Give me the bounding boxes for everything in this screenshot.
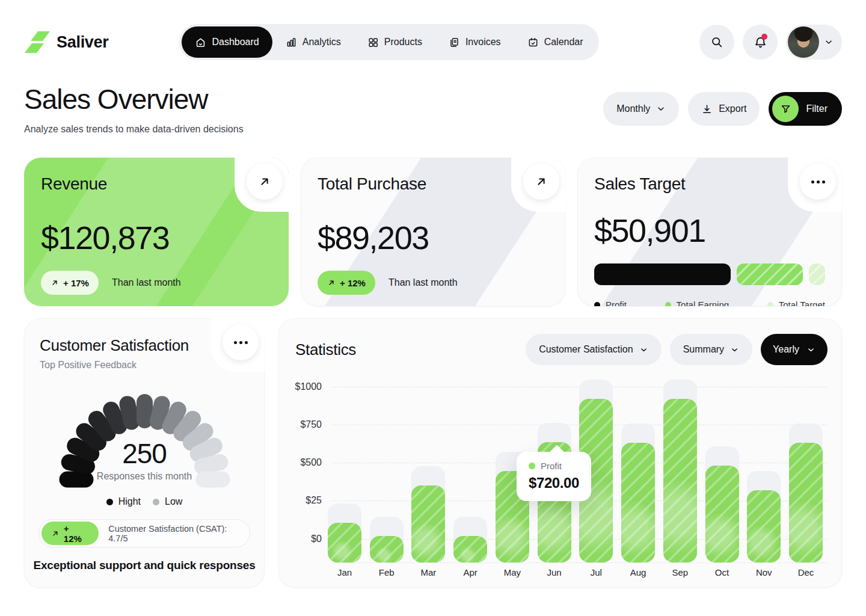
sales-target-menu-button[interactable] bbox=[800, 164, 836, 200]
products-icon bbox=[367, 37, 379, 48]
main-nav: Dashboard Analytics Products bbox=[179, 24, 598, 60]
arrow-up-right-icon bbox=[51, 529, 60, 538]
filter-label: Filter bbox=[806, 103, 838, 114]
user-avatar bbox=[788, 26, 819, 58]
funnel-icon bbox=[780, 103, 791, 115]
legend-label: Hight bbox=[118, 496, 141, 507]
nav-label: Dashboard bbox=[212, 37, 259, 48]
filter-button[interactable]: Filter bbox=[769, 92, 842, 126]
search-button[interactable] bbox=[699, 25, 734, 60]
statistics-view-dropdown[interactable]: Summary bbox=[670, 334, 752, 365]
statistics-metric-dropdown[interactable]: Customer Satisfaction bbox=[526, 334, 662, 365]
revenue-expand-button[interactable] bbox=[247, 164, 283, 200]
analytics-icon bbox=[286, 37, 297, 48]
customer-satisfaction-footer: Exceptional support and quick responses bbox=[24, 559, 265, 572]
x-axis-label-oct: Oct bbox=[702, 567, 742, 578]
legend-item-profit: Profit bbox=[594, 300, 627, 306]
chevron-down-icon bbox=[730, 345, 739, 354]
revenue-value: $120,873 bbox=[41, 219, 272, 256]
x-axis-label-jun: Jun bbox=[535, 567, 574, 578]
statistics-title: Statistics bbox=[295, 340, 356, 359]
statistics-range-dropdown[interactable]: Yearly bbox=[761, 334, 828, 365]
gauge-legend: HightLow bbox=[24, 496, 265, 507]
notifications-button[interactable] bbox=[743, 25, 778, 60]
nav-item-dashboard[interactable]: Dashboard bbox=[182, 26, 272, 58]
page-title: Sales Overview bbox=[24, 83, 244, 116]
revenue-change-note: Than last month bbox=[112, 277, 181, 288]
ellipsis-icon bbox=[811, 180, 825, 183]
arrow-up-right-icon bbox=[258, 175, 271, 188]
customer-satisfaction-card: Customer Satisfaction Top Positive Feedb… bbox=[24, 318, 265, 588]
total-purchase-expand-button[interactable] bbox=[523, 164, 559, 200]
period-dropdown[interactable]: Monthly bbox=[603, 92, 679, 126]
target-segment-total-earning bbox=[737, 263, 803, 285]
notification-dot bbox=[761, 34, 767, 40]
legend-item-low: Low bbox=[153, 496, 182, 507]
x-axis-label-jul: Jul bbox=[576, 567, 616, 578]
legend-label: Profit bbox=[606, 300, 627, 306]
total-purchase-change-badge: + 12% bbox=[318, 271, 375, 295]
x-axis-label-may: May bbox=[493, 567, 532, 578]
legend-label: Total Target bbox=[779, 300, 825, 306]
header-actions bbox=[699, 25, 842, 60]
csat-change-badge: + 12% bbox=[41, 522, 99, 545]
legend-label: Low bbox=[165, 496, 182, 507]
bar-mar[interactable] bbox=[411, 485, 445, 562]
gauge-caption: Responses this month bbox=[24, 471, 265, 482]
target-segment-total-target bbox=[809, 263, 825, 285]
total-purchase-card: Total Purchase $89,203 + 12% Than last m… bbox=[301, 158, 565, 306]
statistics-card: Statistics Customer Satisfaction Summary… bbox=[278, 318, 842, 588]
y-axis-tick: $25 bbox=[287, 495, 322, 506]
chevron-down-icon bbox=[656, 104, 666, 114]
brand-name: Saliver bbox=[57, 33, 108, 52]
nav-item-analytics[interactable]: Analytics bbox=[272, 26, 354, 58]
bar-dec[interactable] bbox=[789, 443, 823, 562]
nav-item-invoices[interactable]: Invoices bbox=[435, 26, 514, 58]
period-dropdown-value: Monthly bbox=[616, 103, 650, 114]
home-icon bbox=[195, 37, 206, 48]
bar-nov[interactable] bbox=[747, 490, 781, 562]
nav-item-products[interactable]: Products bbox=[354, 26, 435, 58]
ellipsis-icon bbox=[234, 341, 248, 344]
filter-icon-circle bbox=[772, 96, 799, 122]
bar-sep[interactable] bbox=[663, 399, 697, 562]
nav-label: Calendar bbox=[544, 37, 583, 48]
target-segment-profit bbox=[594, 263, 731, 285]
bar-feb[interactable] bbox=[370, 536, 404, 562]
x-axis-label-apr: Apr bbox=[450, 567, 490, 578]
top-navigation-bar: Saliver Dashboard Analytics bbox=[24, 24, 842, 60]
bar-oct[interactable] bbox=[705, 466, 739, 562]
page-subtitle: Analyze sales trends to make data-driven… bbox=[24, 124, 244, 135]
bar-jan[interactable] bbox=[328, 523, 361, 562]
sales-target-value: $50,901 bbox=[594, 212, 825, 249]
customer-satisfaction-menu-button[interactable] bbox=[223, 324, 259, 360]
sales-target-card: Sales Target $50,901 ProfitTotal Earning… bbox=[577, 158, 842, 306]
sales-target-legend: ProfitTotal EarningTotal Target bbox=[594, 300, 825, 306]
legend-dot bbox=[665, 302, 671, 307]
brand-logo[interactable]: Saliver bbox=[24, 29, 108, 55]
legend-dot bbox=[106, 499, 113, 505]
chevron-down-icon bbox=[824, 37, 834, 47]
total-purchase-value: $89,203 bbox=[318, 219, 548, 256]
search-icon bbox=[710, 35, 723, 49]
calendar-icon bbox=[527, 37, 539, 48]
chevron-down-icon bbox=[639, 345, 648, 354]
bar-apr[interactable] bbox=[453, 536, 487, 562]
user-menu[interactable] bbox=[786, 25, 842, 60]
export-button[interactable]: Export bbox=[688, 92, 760, 126]
x-axis-label-dec: Dec bbox=[786, 567, 826, 578]
x-axis-label-jan: Jan bbox=[325, 567, 364, 578]
nav-item-calendar[interactable]: Calendar bbox=[514, 26, 597, 58]
y-axis-tick: $750 bbox=[287, 419, 322, 430]
revenue-card: Revenue $120,873 + 17% Than last month bbox=[24, 158, 289, 306]
gridline bbox=[331, 562, 828, 563]
x-axis-label-feb: Feb bbox=[367, 567, 407, 578]
legend-dot bbox=[153, 499, 159, 505]
bar-aug[interactable] bbox=[621, 443, 655, 562]
arrow-up-right-icon bbox=[327, 279, 336, 287]
legend-dot bbox=[594, 302, 600, 307]
legend-item-total-target: Total Target bbox=[767, 300, 825, 306]
arrow-up-right-icon bbox=[51, 279, 59, 287]
chart-tooltip: Profit $720.00 bbox=[517, 452, 591, 501]
x-axis-label-nov: Nov bbox=[744, 567, 784, 578]
